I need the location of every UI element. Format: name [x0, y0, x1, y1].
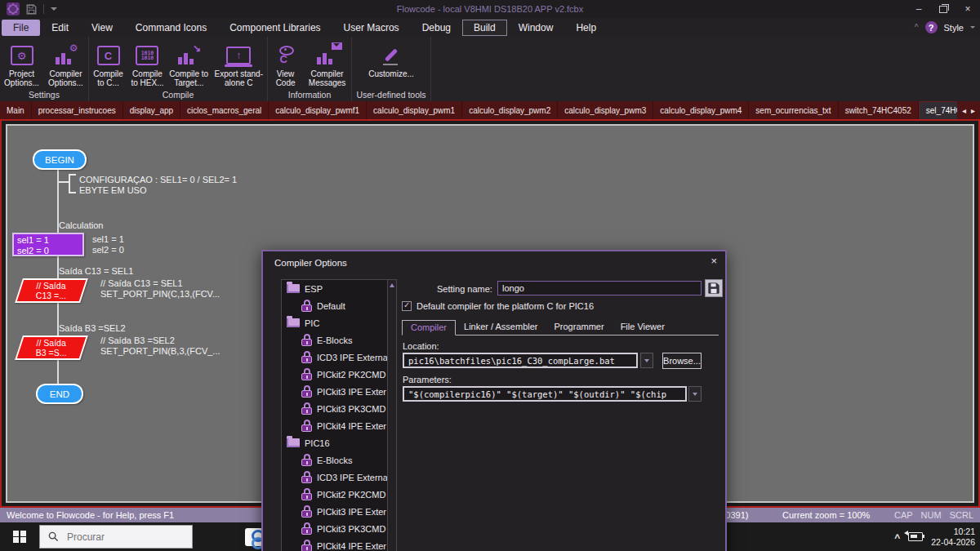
save-icon[interactable] [26, 4, 37, 15]
battery-icon[interactable] [908, 532, 923, 541]
flow-end-node[interactable]: END [36, 384, 83, 404]
tab-calculo-display-pwm2[interactable]: calculo_display_pwm2 [462, 101, 558, 119]
menu-user-macros[interactable]: User Macros [332, 20, 411, 36]
compiler-options-button[interactable]: ⚙ Compiler Options... [43, 40, 88, 89]
tree-scrollbar[interactable] [387, 280, 396, 551]
tree-item-pickit3-ipe-2[interactable]: PICkit3 IPE Exter [282, 503, 396, 520]
folder-icon [287, 284, 300, 293]
windows-logo-icon [13, 531, 26, 544]
menu-window[interactable]: Window [507, 20, 565, 36]
flow-output2-node[interactable]: // SaídaB3 =S... [15, 335, 88, 360]
ribbon-group-compile: Compile [89, 89, 267, 101]
start-button[interactable] [0, 522, 39, 551]
compile-to-hex-button[interactable]: 10101010 Compile to HEX... [127, 40, 167, 89]
flow-output1-node[interactable]: // SaídaC13 =... [15, 278, 88, 303]
search-icon [48, 531, 59, 542]
tab-ciclos-macros-geral[interactable]: ciclos_macros_geral [180, 101, 269, 119]
ribbon-group-user-defined-tools: User-defined tools [352, 89, 430, 101]
tab-scroll-left-icon[interactable]: ◂ [962, 106, 966, 115]
folder-icon [287, 438, 300, 447]
tab-file-viewer[interactable]: File Viewer [612, 320, 673, 335]
menu-edit[interactable]: Edit [40, 20, 80, 36]
tab-display-app[interactable]: display_app [123, 101, 180, 119]
lock-icon [301, 351, 312, 363]
tree-item-pickit4-2[interactable]: PICkit4 IPE Exter [282, 537, 396, 551]
clock[interactable]: 10:21 22-04-2026 [931, 527, 975, 548]
flow-begin-node[interactable]: BEGIN [33, 149, 87, 170]
window-title: Flowcode - local V8HMI DS18B20 APP v2.fc… [0, 4, 980, 14]
tab-calculo-display-pwm1[interactable]: calculo_display_pwm1 [367, 101, 462, 119]
tab-scroll-controls: ◂ ▸ [957, 101, 980, 119]
minimize-button[interactable]: – [906, 0, 931, 18]
menu-debug[interactable]: Debug [411, 20, 462, 36]
tree-item-default[interactable]: Default [282, 297, 396, 314]
close-button[interactable]: × [956, 0, 980, 18]
help-icon[interactable]: ? [925, 21, 938, 33]
tree-item-pickit2-2[interactable]: PICkit2 PK2CMD [282, 486, 396, 503]
default-compiler-label: Default compiler for the platform C for … [416, 301, 594, 311]
tab-calculo-display-pwmf1[interactable]: calculo_display_pwmf1 [269, 101, 367, 119]
dialog-close-icon[interactable]: × [710, 255, 717, 267]
tab-switch-74hc4052[interactable]: switch_74HC4052 [839, 101, 919, 119]
tab-sem-ocurrencias-txt[interactable]: sem_ocurrencias_txt [749, 101, 838, 119]
browse-button[interactable]: Browse... [662, 353, 702, 369]
project-options-button[interactable]: ⚙ Project Options... [0, 40, 43, 89]
tree-item-pic[interactable]: PIC [282, 314, 396, 331]
tree-item-icd3-2[interactable]: ICD3 IPE Externa [282, 469, 396, 486]
floppy-icon [708, 282, 719, 294]
export-standalone-c-button[interactable]: ↑ Export stand-alone C [211, 40, 267, 89]
collapse-ribbon-caret-icon[interactable]: ^ [915, 23, 919, 32]
lock-icon [301, 505, 312, 518]
location-dropdown-icon[interactable] [640, 353, 653, 368]
taskbar-search[interactable] [39, 525, 193, 549]
restore-button[interactable] [931, 0, 956, 18]
parameters-dropdown-icon[interactable] [688, 386, 702, 402]
tab-calculo-display-pwm3[interactable]: calculo_display_pwm3 [558, 101, 653, 119]
tab-linker-assembler[interactable]: Linker / Assembler [456, 320, 546, 335]
restore-icon [939, 6, 947, 13]
customize-button[interactable]: Customize... [363, 40, 419, 80]
tree-item-pickit2[interactable]: PICkit2 PK2CMD [282, 366, 396, 383]
search-input[interactable] [65, 531, 175, 544]
flow-calculation-node[interactable]: sel1 = 1 sel2 = 0 [12, 233, 84, 256]
tree-item-pickit3-pk3[interactable]: PICkit3 PK3CMD [282, 400, 396, 417]
tree-item-pickit4[interactable]: PICkit4 IPE Exter [282, 417, 396, 434]
menu-build[interactable]: Build [462, 20, 507, 36]
setting-name-input[interactable]: longo [497, 281, 702, 295]
eye-c-icon: C [277, 46, 295, 65]
tree-item-pickit3-pk3-2[interactable]: PICkit3 PK3CMD [282, 520, 396, 537]
tree-item-icd3[interactable]: ICD3 IPE Externa [282, 349, 396, 366]
tree-item-pic16[interactable]: PIC16 [282, 434, 396, 451]
tab-main[interactable]: Main [0, 101, 32, 119]
tray-chevron-icon[interactable]: ^ [894, 532, 900, 544]
compile-to-target-button[interactable]: ↘ Compile to Target... [167, 40, 211, 89]
menu-command-icons[interactable]: Command Icons [124, 20, 218, 36]
bars-arrow-icon: ↘ [178, 47, 199, 64]
view-code-button[interactable]: C View Code [268, 40, 303, 89]
scroll-up-icon[interactable] [390, 283, 394, 287]
tab-compiler[interactable]: Compiler [402, 320, 456, 335]
compile-to-c-button[interactable]: C Compile to C... [89, 40, 127, 89]
tree-item-pickit3-ipe[interactable]: PICkit3 IPE Exter [282, 383, 396, 400]
compiler-messages-button[interactable]: Compiler Messages [303, 40, 351, 89]
style-dropdown-caret-icon[interactable] [970, 26, 975, 29]
lock-icon [301, 522, 312, 535]
tree-item-eblocks-2[interactable]: E-Blocks [282, 451, 396, 469]
style-menu[interactable]: Style [944, 23, 964, 33]
menu-file[interactable]: File [2, 20, 40, 36]
menu-component-libraries[interactable]: Component Libraries [218, 20, 332, 36]
tab-processar-instrucoes[interactable]: processar_instrucoes [32, 101, 123, 119]
parameters-input[interactable]: "$(compilerpic16)" "$(target)" "$(outdir… [403, 386, 687, 402]
tree-item-esp[interactable]: ESP [282, 280, 396, 297]
location-input[interactable]: pic16\batchfiles\pic16_C30_compLarge.bat [403, 353, 638, 368]
tree-item-eblocks[interactable]: E-Blocks [282, 331, 396, 349]
menu-help[interactable]: Help [564, 20, 608, 36]
quick-access-caret-icon[interactable] [51, 7, 57, 11]
tab-calculo-display-pwm4[interactable]: calculo_display_pwm4 [653, 101, 749, 119]
default-compiler-checkbox[interactable] [402, 301, 412, 311]
tab-programmer[interactable]: Programmer [546, 320, 612, 335]
flow-comment[interactable]: CONFIGURAÇAO : SEL1= 0 / SEL2= 1 EBYTE E… [79, 175, 237, 196]
save-setting-button[interactable] [705, 279, 723, 297]
menu-view[interactable]: View [80, 20, 124, 36]
tab-scroll-right-icon[interactable]: ▸ [971, 106, 975, 115]
